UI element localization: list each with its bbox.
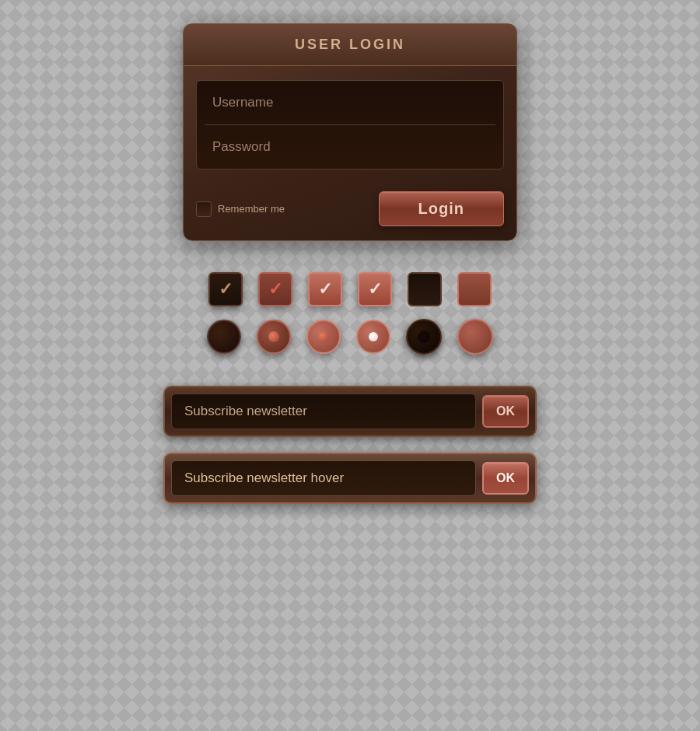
username-input[interactable] bbox=[197, 81, 503, 124]
login-title: USER LOGIN bbox=[295, 37, 405, 52]
radio-brown-large[interactable] bbox=[457, 319, 493, 355]
checkbox-empty-dark[interactable] bbox=[408, 272, 442, 306]
subscribe-section: OK OK bbox=[163, 386, 537, 504]
controls-section: ✓ ✓ • ✓ ✓ bbox=[156, 272, 544, 355]
checkbox-light-checked-2[interactable]: ✓ bbox=[358, 272, 392, 306]
subscribe-bar-hover: OK bbox=[163, 453, 537, 504]
radio-medium-filled[interactable] bbox=[257, 320, 291, 354]
radio-dark-large[interactable] bbox=[406, 319, 442, 355]
radio-dot-icon bbox=[268, 331, 279, 342]
login-box: USER LOGIN Remember me Login bbox=[183, 23, 517, 241]
password-input[interactable] bbox=[197, 125, 503, 169]
radio-dot-dark-icon bbox=[418, 331, 430, 343]
login-fields bbox=[196, 80, 504, 170]
checkmark-icon: ✓ bbox=[219, 279, 233, 299]
checkbox-medium-checked[interactable]: ✓ bbox=[258, 272, 292, 306]
radio-row bbox=[156, 319, 544, 355]
radio-medium-white-dot[interactable] bbox=[356, 320, 390, 354]
subscribe-bar-normal: OK bbox=[163, 386, 537, 437]
remember-me-label: Remember me bbox=[218, 203, 285, 215]
checkbox-row: ✓ ✓ • ✓ ✓ bbox=[156, 272, 544, 306]
checkbox-light-checked[interactable]: ✓ bbox=[308, 272, 342, 306]
checkbox-dark-checked[interactable]: ✓ bbox=[208, 272, 243, 306]
login-title-bar: USER LOGIN bbox=[184, 24, 516, 66]
radio-dot-icon-2 bbox=[318, 331, 329, 342]
checkmark-white-icon-2: ✓ bbox=[368, 279, 382, 299]
checkbox-empty-medium[interactable] bbox=[457, 272, 492, 306]
ok-button-hover[interactable]: OK bbox=[482, 462, 529, 495]
radio-dot-white-icon bbox=[369, 332, 378, 341]
login-bottom: Remember me Login bbox=[184, 184, 516, 240]
radio-dark-empty[interactable] bbox=[207, 320, 241, 354]
subscribe-input-normal[interactable] bbox=[171, 393, 476, 429]
checkbox-medium-group: ✓ • bbox=[258, 272, 292, 306]
remember-me-checkbox[interactable] bbox=[196, 201, 212, 217]
login-button[interactable]: Login bbox=[379, 191, 504, 226]
remember-me-container: Remember me bbox=[196, 201, 285, 217]
radio-medium-dot[interactable] bbox=[306, 320, 341, 354]
checkmark-white-icon: ✓ bbox=[318, 279, 332, 299]
subscribe-input-hover[interactable] bbox=[171, 460, 476, 496]
checkmark-red-icon: ✓ bbox=[268, 279, 282, 299]
ok-button-normal[interactable]: OK bbox=[482, 395, 529, 428]
